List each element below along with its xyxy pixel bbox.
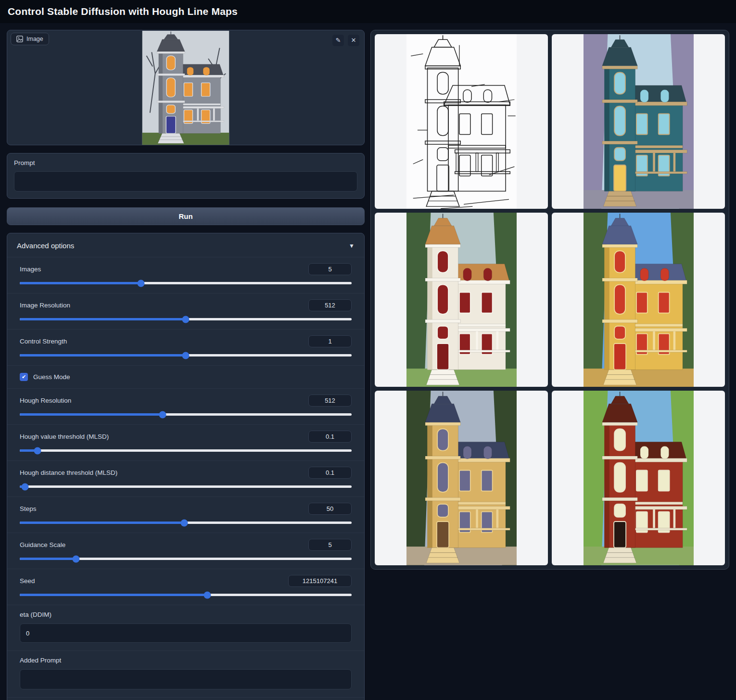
slider-value-input[interactable]: 0.1	[308, 431, 352, 443]
controls-column: Image ✎ ✕ Prompt Run Advanced options ▼	[7, 30, 365, 700]
gallery-image-4[interactable]	[375, 391, 548, 565]
image-actions: ✎ ✕	[332, 35, 359, 46]
advanced-options-header[interactable]: Advanced options ▼	[7, 233, 364, 257]
image-label-badge: Image	[11, 33, 49, 45]
app: Control Stable Diffusion with Hough Line…	[0, 0, 736, 700]
image-input-panel: Image ✎ ✕	[7, 30, 365, 145]
slider-label: Image Resolution	[20, 302, 70, 309]
slider-track[interactable]	[20, 282, 352, 284]
slider-track[interactable]	[20, 485, 352, 488]
slider-track[interactable]	[20, 449, 352, 452]
slider-label: Images	[20, 266, 41, 273]
close-icon: ✕	[351, 37, 356, 44]
advanced-options-rows: Images 5 Image Resolution 512 Control St…	[7, 257, 364, 700]
text-field-input[interactable]	[20, 624, 352, 643]
slider-fill	[20, 354, 186, 356]
run-button[interactable]: Run	[7, 207, 365, 225]
slider-label: Hough Resolution	[20, 397, 71, 404]
guess-mode-checkbox[interactable]: ✔	[20, 373, 28, 381]
slider-row: Hough Resolution 512	[7, 388, 364, 424]
slider-fill	[20, 318, 186, 320]
text-field-row: eta (DDIM)	[7, 605, 364, 650]
slider-track[interactable]	[20, 522, 352, 524]
slider-row: Seed 1215107241	[7, 569, 364, 605]
slider-row: Hough value threshold (MLSD) 0.1	[7, 424, 364, 460]
main-content: Image ✎ ✕ Prompt Run Advanced options ▼	[0, 23, 736, 700]
slider-handle[interactable]	[22, 483, 29, 490]
slider-track[interactable]	[20, 413, 352, 416]
slider-label: Hough value threshold (MLSD)	[20, 433, 109, 440]
slider-track[interactable]	[20, 354, 352, 356]
slider-handle[interactable]	[180, 519, 188, 526]
checkbox-label: Guess Mode	[33, 373, 70, 381]
slider-row: Guidance Scale 5	[7, 533, 364, 569]
slider-label: Seed	[20, 577, 35, 585]
slider-row: Images 5	[7, 257, 364, 293]
gallery-image-2[interactable]	[375, 213, 548, 387]
gallery-image-5[interactable]	[552, 391, 725, 565]
clear-image-button[interactable]: ✕	[348, 35, 359, 46]
slider-label: Hough distance threshold (MLSD)	[20, 469, 117, 476]
slider-fill	[20, 558, 76, 560]
slider-label: Control Strength	[20, 338, 67, 345]
slider-row: Image Resolution 512	[7, 293, 364, 329]
page-title: Control Stable Diffusion with Hough Line…	[0, 0, 736, 23]
slider-fill	[20, 282, 141, 284]
advanced-options-panel: Advanced options ▼ Images 5 Image Resolu…	[7, 233, 365, 700]
edit-image-button[interactable]: ✎	[332, 35, 344, 46]
slider-label: Steps	[20, 505, 37, 512]
prompt-block: Prompt	[7, 153, 365, 199]
slider-fill	[20, 594, 207, 596]
pencil-icon: ✎	[336, 37, 341, 44]
slider-fill	[20, 413, 163, 416]
slider-handle[interactable]	[203, 591, 211, 598]
slider-value-input[interactable]: 50	[308, 503, 352, 515]
uploaded-image[interactable]	[142, 31, 229, 145]
gallery-image-hough-map[interactable]	[375, 34, 548, 209]
slider-value-input[interactable]: 512	[308, 299, 352, 311]
slider-fill	[20, 522, 184, 524]
slider-value-input[interactable]: 1	[308, 335, 352, 347]
slider-handle[interactable]	[159, 411, 166, 418]
slider-handle[interactable]	[182, 316, 190, 323]
slider-handle[interactable]	[182, 352, 190, 359]
checkbox-row: ✔ Guess Mode	[7, 365, 364, 388]
slider-track[interactable]	[20, 558, 352, 560]
slider-handle[interactable]	[73, 555, 80, 562]
slider-label: Guidance Scale	[20, 541, 65, 548]
chevron-down-icon: ▼	[349, 242, 355, 249]
text-field-label: eta (DDIM)	[20, 611, 352, 618]
slider-value-input[interactable]: 1215107241	[288, 575, 352, 587]
prompt-label: Prompt	[14, 159, 357, 166]
slider-row: Control Strength 1	[7, 329, 364, 365]
textarea-row: Added Prompt	[7, 650, 364, 697]
gallery-image-3[interactable]	[552, 213, 725, 387]
textarea-label: Added Prompt	[20, 657, 352, 664]
gallery-image-1[interactable]	[552, 34, 725, 209]
slider-value-input[interactable]: 512	[308, 395, 352, 407]
textarea-input[interactable]	[20, 669, 352, 689]
slider-handle[interactable]	[137, 280, 144, 287]
advanced-options-title: Advanced options	[17, 242, 74, 250]
image-label: Image	[26, 36, 43, 42]
result-gallery	[370, 30, 729, 570]
prompt-input[interactable]	[14, 171, 357, 191]
slider-value-input[interactable]: 5	[308, 539, 352, 551]
slider-track[interactable]	[20, 318, 352, 320]
slider-value-input[interactable]: 0.1	[308, 467, 352, 479]
slider-value-input[interactable]: 5	[308, 263, 352, 275]
slider-track[interactable]	[20, 594, 352, 596]
slider-handle[interactable]	[34, 447, 41, 454]
image-icon	[16, 36, 23, 42]
textarea-row: Negative Prompt	[7, 697, 364, 700]
slider-row: Hough distance threshold (MLSD) 0.1	[7, 460, 364, 496]
slider-row: Steps 50	[7, 496, 364, 533]
